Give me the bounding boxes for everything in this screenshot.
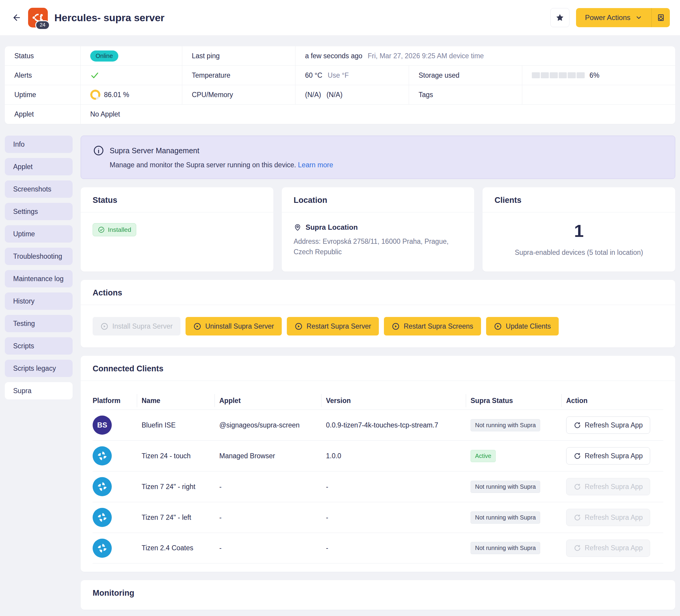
storage-label: Storage used bbox=[409, 66, 522, 85]
refresh-supra-app-button[interactable]: Refresh Supra App bbox=[566, 509, 650, 526]
temperature-value: 60 °C bbox=[305, 72, 322, 80]
applet-label: Applet bbox=[5, 105, 80, 124]
alerts-label: Alerts bbox=[5, 66, 80, 85]
update-clients-label: Update Clients bbox=[506, 323, 551, 330]
play-circle-icon bbox=[494, 323, 502, 330]
location-name: Supra Location bbox=[306, 223, 358, 231]
table-header-row: Platform Name Applet Version Supra Statu… bbox=[93, 392, 663, 410]
sidebar-item-scripts[interactable]: Scripts bbox=[5, 337, 73, 355]
refresh-supra-app-button[interactable]: Refresh Supra App bbox=[566, 539, 650, 557]
learn-more-link[interactable]: Learn more bbox=[298, 161, 333, 169]
connected-clients-table: Platform Name Applet Version Supra Statu… bbox=[93, 392, 663, 563]
tizen-platform-icon bbox=[93, 539, 112, 558]
power-actions-button[interactable]: Power Actions bbox=[576, 8, 651, 27]
bluefin-platform-icon: BS bbox=[93, 416, 112, 435]
status-label: Status bbox=[5, 46, 80, 65]
client-version: 1.0.0 bbox=[321, 452, 466, 460]
sidebar-item-testing[interactable]: Testing bbox=[5, 315, 73, 332]
refresh-supra-app-button[interactable]: Refresh Supra App bbox=[566, 447, 650, 465]
clients-count: 1 bbox=[574, 221, 584, 241]
sidebar-item-info[interactable]: Info bbox=[5, 136, 73, 153]
install-supra-server-label: Install Supra Server bbox=[112, 323, 173, 330]
column-header-platform: Platform bbox=[93, 397, 137, 405]
power-log-button[interactable] bbox=[651, 8, 670, 27]
install-supra-server-button[interactable]: Install Supra Server bbox=[93, 317, 180, 335]
uninstall-supra-server-label: Uninstall Supra Server bbox=[205, 323, 274, 330]
summary-row-applet: Applet No Applet bbox=[5, 105, 675, 124]
clients-caption: Supra-enabled devices (5 total in locati… bbox=[515, 249, 643, 257]
sidebar-item-settings[interactable]: Settings bbox=[5, 203, 73, 220]
installed-badge: Installed bbox=[93, 223, 136, 236]
restart-supra-screens-button[interactable]: Restart Supra Screens bbox=[384, 317, 481, 335]
sidebar-item-screenshots[interactable]: Screenshots bbox=[5, 180, 73, 198]
refresh-supra-app-label: Refresh Supra App bbox=[585, 513, 643, 522]
restart-supra-server-button[interactable]: Restart Supra Server bbox=[287, 317, 379, 335]
sidebar-item-supra[interactable]: Supra bbox=[5, 382, 73, 399]
favorite-button[interactable] bbox=[550, 8, 569, 27]
uptime-gauge-icon bbox=[90, 90, 101, 100]
client-version: - bbox=[321, 483, 466, 491]
back-button[interactable] bbox=[10, 11, 23, 24]
supra-status-card: Status Installed bbox=[81, 187, 273, 272]
supra-status-badge: Not running with Supra bbox=[471, 419, 540, 431]
refresh-supra-app-button[interactable]: Refresh Supra App bbox=[566, 478, 650, 495]
play-circle-icon bbox=[392, 323, 400, 330]
client-name: Tizen 7 24" - left bbox=[137, 513, 215, 522]
storage-progress-bar bbox=[532, 72, 585, 78]
supra-status-badge: Not running with Supra bbox=[471, 542, 540, 554]
supra-status-card-title: Status bbox=[81, 187, 273, 213]
sidebar-item-history[interactable]: History bbox=[5, 292, 73, 310]
tizen-platform-icon bbox=[93, 508, 112, 527]
cpu-value: (N/A) bbox=[305, 91, 321, 99]
sidebar-item-applet[interactable]: Applet bbox=[5, 158, 73, 175]
alerts-value-cell bbox=[80, 66, 182, 85]
column-header-name: Name bbox=[137, 397, 215, 405]
clients-card: Clients 1 Supra-enabled devices (5 total… bbox=[483, 187, 675, 272]
sidebar-item-maintenance-log[interactable]: Maintenance log bbox=[5, 270, 73, 287]
summary-row-alerts: Alerts Temperature 60 °CUse °F Storage u… bbox=[5, 66, 675, 85]
update-clients-button[interactable]: Update Clients bbox=[486, 317, 559, 335]
connected-clients-title: Connected Clients bbox=[81, 356, 675, 381]
client-version: - bbox=[321, 513, 466, 522]
check-circle-icon bbox=[98, 226, 105, 233]
online-badge: Online bbox=[90, 51, 118, 61]
sidebar-item-troubleshooting[interactable]: Troubleshooting bbox=[5, 248, 73, 265]
installed-badge-label: Installed bbox=[108, 226, 131, 233]
table-row: Tizen 7 24" - left - - Not running with … bbox=[93, 502, 663, 533]
play-circle-icon bbox=[193, 323, 201, 330]
last-ping-value: a few seconds agoFri, Mar 27, 2026 9:25 … bbox=[295, 46, 675, 65]
table-row: BS Bluefin ISE @signageos/supra-screen 0… bbox=[93, 410, 663, 440]
arrow-left-icon bbox=[12, 13, 22, 22]
refresh-icon bbox=[574, 452, 581, 460]
actions-card: Actions Install Supra Server Uninstall S… bbox=[81, 280, 675, 347]
client-applet: - bbox=[215, 483, 321, 491]
sidebar-item-scripts-legacy[interactable]: Scripts legacy bbox=[5, 360, 73, 377]
client-applet: - bbox=[215, 544, 321, 552]
memory-value: (N/A) bbox=[327, 91, 343, 99]
restart-supra-server-label: Restart Supra Server bbox=[307, 323, 371, 330]
monitoring-title: Monitoring bbox=[81, 580, 675, 610]
refresh-icon bbox=[574, 483, 581, 491]
last-ping-device-time: Fri, Mar 27, 2026 9:25 AM device time bbox=[368, 52, 484, 60]
temperature-unit-toggle[interactable]: Use °F bbox=[328, 72, 349, 80]
refresh-supra-app-button[interactable]: Refresh Supra App bbox=[566, 416, 650, 434]
uninstall-supra-server-button[interactable]: Uninstall Supra Server bbox=[186, 317, 282, 335]
refresh-icon bbox=[574, 422, 581, 429]
actions-card-title: Actions bbox=[81, 280, 675, 305]
clients-card-title: Clients bbox=[483, 187, 675, 213]
sidebar-item-uptime[interactable]: Uptime bbox=[5, 225, 73, 243]
location-address: Address: Evropská 2758/11, 16000 Praha, … bbox=[294, 236, 462, 257]
cpu-memory-label: CPU/Memory bbox=[182, 85, 295, 104]
column-header-version: Version bbox=[321, 397, 466, 405]
column-header-supra-status: Supra Status bbox=[466, 397, 561, 405]
refresh-icon bbox=[574, 544, 581, 552]
client-version: 0.0.9-tizen7-4k-touches-tcp-stream.7 bbox=[321, 421, 466, 429]
restart-supra-screens-label: Restart Supra Screens bbox=[404, 323, 473, 330]
uptime-value: 86.01 % bbox=[104, 91, 129, 99]
tags-value-cell bbox=[522, 85, 675, 104]
tizen-platform-icon bbox=[93, 477, 112, 496]
power-actions-split-button: Power Actions bbox=[576, 8, 670, 27]
device-summary-table: Status Online Last ping a few seconds ag… bbox=[5, 46, 675, 124]
sidebar: Info Applet Screenshots Settings Uptime … bbox=[5, 136, 73, 399]
client-applet: - bbox=[215, 513, 321, 522]
